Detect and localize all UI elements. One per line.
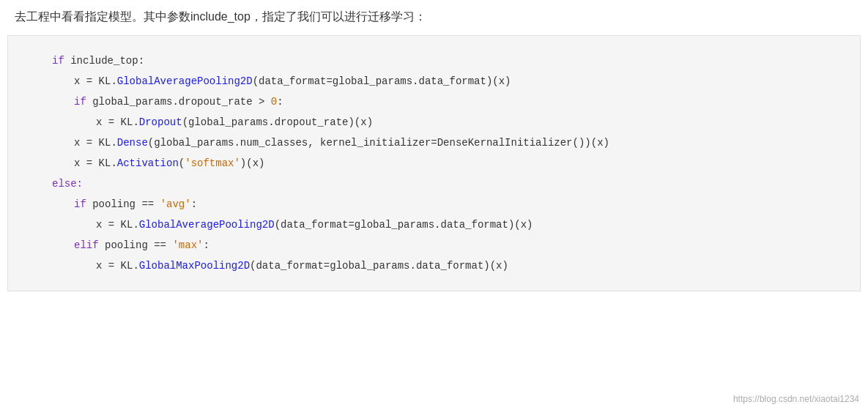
code-line-10: elif pooling == 'max':	[30, 235, 838, 256]
code-line-4: x = KL.Dropout(global_params.dropout_rat…	[30, 112, 838, 133]
code-line-6: x = KL.Activation('softmax')(x)	[30, 153, 838, 174]
footer-url: https://blog.csdn.net/xiaotai1234	[733, 394, 859, 404]
code-line-1: if include_top:	[30, 51, 838, 71]
code-line-2: x = KL.GlobalAveragePooling2D(data_forma…	[30, 71, 838, 92]
header-text: 去工程中看看指定模型。其中参数include_top，指定了我们可以进行迁移学习…	[0, 0, 868, 35]
header-label: 去工程中看看指定模型。其中参数include_top，指定了我们可以进行迁移学习…	[15, 10, 426, 23]
code-line-7: else:	[30, 174, 838, 194]
code-line-8: if pooling == 'avg':	[30, 194, 838, 215]
code-line-5: x = KL.Dense(global_params.num_classes, …	[30, 133, 838, 153]
code-line-9: x = KL.GlobalAveragePooling2D(data_forma…	[30, 215, 838, 235]
code-container: if include_top: x = KL.GlobalAveragePool…	[7, 35, 861, 291]
code-line-3: if global_params.dropout_rate > 0:	[30, 92, 838, 112]
code-line-11: x = KL.GlobalMaxPooling2D(data_format=gl…	[30, 256, 838, 276]
